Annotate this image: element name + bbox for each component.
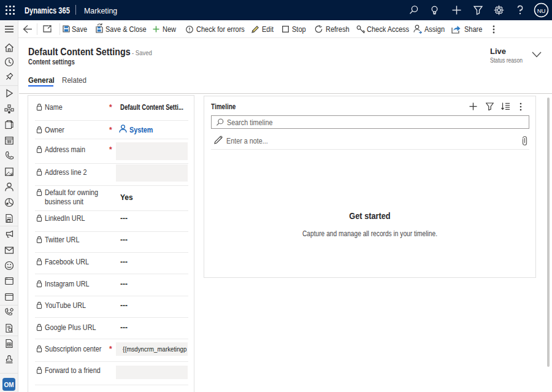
svg-text:OM: OM (4, 382, 13, 388)
svg-text:NU: NU (537, 7, 546, 14)
